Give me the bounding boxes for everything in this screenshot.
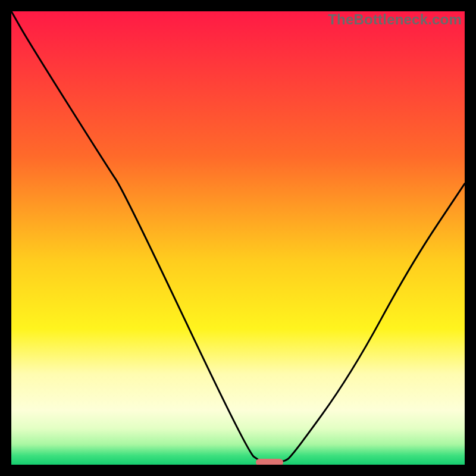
gradient-background	[11, 11, 465, 465]
watermark-text: TheBottleneck.com	[328, 11, 462, 28]
chart-svg	[11, 11, 465, 465]
optimal-marker	[256, 459, 283, 465]
chart-frame: TheBottleneck.com	[0, 0, 476, 476]
plot-area: TheBottleneck.com	[11, 11, 465, 465]
